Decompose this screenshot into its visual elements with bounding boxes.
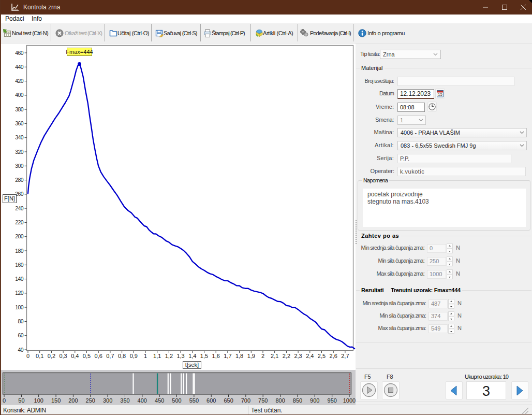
svg-text:2,6: 2,6	[330, 353, 337, 359]
svg-text:700: 700	[241, 397, 250, 404]
svg-text:220: 220	[15, 219, 24, 225]
svg-text:1: 1	[144, 353, 147, 359]
svg-text:0: 0	[26, 353, 29, 359]
svg-text:2,2: 2,2	[283, 353, 290, 359]
svg-text:400: 400	[138, 397, 147, 404]
svg-text:1,1: 1,1	[153, 353, 161, 359]
svg-text:1,8: 1,8	[235, 353, 243, 359]
svg-text:2,5: 2,5	[318, 353, 326, 359]
svg-text:2,7: 2,7	[341, 353, 349, 359]
svg-text:0: 0	[3, 397, 6, 404]
svg-text:2: 2	[261, 353, 264, 359]
svg-text:600: 600	[206, 397, 216, 404]
svg-text:F[N]: F[N]	[4, 195, 15, 202]
svg-text:2,4: 2,4	[306, 353, 314, 359]
svg-text:240: 240	[15, 205, 24, 211]
svg-text:440: 440	[15, 64, 24, 70]
svg-text:340: 340	[15, 134, 24, 140]
svg-text:300: 300	[103, 397, 112, 404]
svg-text:1,2: 1,2	[165, 353, 173, 359]
svg-text:500: 500	[172, 397, 181, 404]
svg-text:2,3: 2,3	[294, 353, 302, 359]
svg-text:1,9: 1,9	[247, 353, 255, 359]
svg-text:460: 460	[15, 50, 24, 56]
svg-text:900: 900	[310, 397, 319, 404]
svg-text:1,6: 1,6	[212, 353, 220, 359]
svg-text:250: 250	[86, 397, 95, 404]
svg-text:450: 450	[155, 397, 164, 404]
svg-text:800: 800	[275, 397, 285, 404]
svg-text:0,6: 0,6	[95, 353, 102, 359]
svg-text:60: 60	[18, 332, 23, 338]
svg-text:0,1: 0,1	[36, 353, 43, 359]
svg-text:0,5: 0,5	[83, 353, 91, 359]
svg-text:350: 350	[120, 397, 129, 404]
svg-text:40: 40	[18, 347, 23, 353]
svg-text:0,9: 0,9	[130, 353, 138, 359]
svg-text:0,8: 0,8	[118, 353, 126, 359]
svg-text:1,3: 1,3	[176, 353, 184, 359]
svg-text:850: 850	[293, 397, 302, 404]
svg-text:1,5: 1,5	[200, 353, 208, 359]
svg-text:200: 200	[68, 397, 78, 404]
svg-text:0,7: 0,7	[106, 353, 114, 359]
svg-text:t[sek]: t[sek]	[185, 362, 199, 368]
svg-text:1000: 1000	[343, 397, 356, 404]
svg-text:120: 120	[15, 290, 24, 296]
svg-text:15: 15	[438, 92, 442, 97]
svg-text:200: 200	[15, 233, 24, 239]
svg-text:2,1: 2,1	[271, 353, 278, 359]
svg-text:0,2: 0,2	[48, 353, 55, 359]
svg-text:100: 100	[34, 397, 43, 404]
svg-text:950: 950	[328, 397, 337, 404]
svg-text:1,4: 1,4	[188, 353, 196, 359]
svg-text:400: 400	[15, 92, 24, 98]
svg-text:80: 80	[18, 318, 23, 324]
svg-text:1,7: 1,7	[224, 353, 231, 359]
svg-text:0,4: 0,4	[71, 353, 79, 359]
svg-text:180: 180	[15, 248, 24, 254]
svg-text:280: 280	[15, 177, 24, 183]
svg-text:650: 650	[224, 397, 233, 404]
svg-text:100: 100	[15, 304, 24, 310]
svg-text:Fmax=444: Fmax=444	[66, 49, 93, 55]
svg-text:160: 160	[15, 262, 24, 268]
svg-text:0,3: 0,3	[59, 353, 67, 359]
svg-text:300: 300	[15, 163, 24, 169]
svg-text:50: 50	[18, 397, 24, 404]
svg-text:320: 320	[15, 149, 24, 155]
svg-text:380: 380	[15, 106, 24, 112]
svg-text:140: 140	[15, 276, 24, 282]
svg-text:150: 150	[51, 397, 61, 404]
svg-text:360: 360	[15, 120, 24, 126]
svg-text:420: 420	[15, 78, 24, 84]
svg-text:550: 550	[189, 397, 199, 404]
svg-text:750: 750	[258, 397, 268, 404]
